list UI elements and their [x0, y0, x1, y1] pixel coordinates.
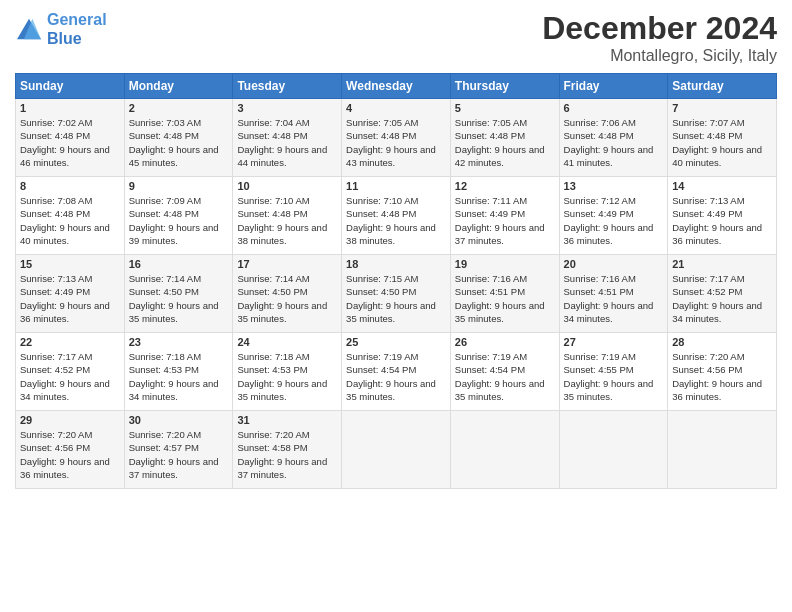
day-cell: 9 Sunrise: 7:09 AMSunset: 4:48 PMDayligh… [124, 177, 233, 255]
day-cell: 17 Sunrise: 7:14 AMSunset: 4:50 PMDaylig… [233, 255, 342, 333]
day-cell [342, 411, 451, 489]
cell-content: Sunrise: 7:16 AMSunset: 4:51 PMDaylight:… [455, 273, 545, 324]
day-cell: 29 Sunrise: 7:20 AMSunset: 4:56 PMDaylig… [16, 411, 125, 489]
cell-content: Sunrise: 7:18 AMSunset: 4:53 PMDaylight:… [129, 351, 219, 402]
day-number: 16 [129, 258, 229, 270]
day-cell: 28 Sunrise: 7:20 AMSunset: 4:56 PMDaylig… [668, 333, 777, 411]
day-number: 2 [129, 102, 229, 114]
day-cell: 4 Sunrise: 7:05 AMSunset: 4:48 PMDayligh… [342, 99, 451, 177]
week-row-1: 1 Sunrise: 7:02 AMSunset: 4:48 PMDayligh… [16, 99, 777, 177]
day-number: 11 [346, 180, 446, 192]
logo-icon [15, 17, 43, 41]
day-number: 29 [20, 414, 120, 426]
day-cell: 12 Sunrise: 7:11 AMSunset: 4:49 PMDaylig… [450, 177, 559, 255]
cell-content: Sunrise: 7:19 AMSunset: 4:54 PMDaylight:… [346, 351, 436, 402]
day-number: 4 [346, 102, 446, 114]
title-block: December 2024 Montallegro, Sicily, Italy [542, 10, 777, 65]
day-number: 24 [237, 336, 337, 348]
day-cell: 15 Sunrise: 7:13 AMSunset: 4:49 PMDaylig… [16, 255, 125, 333]
day-cell: 5 Sunrise: 7:05 AMSunset: 4:48 PMDayligh… [450, 99, 559, 177]
day-cell [559, 411, 668, 489]
week-row-5: 29 Sunrise: 7:20 AMSunset: 4:56 PMDaylig… [16, 411, 777, 489]
header-cell-friday: Friday [559, 74, 668, 99]
logo-line1: General [47, 11, 107, 28]
day-number: 14 [672, 180, 772, 192]
day-cell: 30 Sunrise: 7:20 AMSunset: 4:57 PMDaylig… [124, 411, 233, 489]
day-cell: 2 Sunrise: 7:03 AMSunset: 4:48 PMDayligh… [124, 99, 233, 177]
day-cell: 23 Sunrise: 7:18 AMSunset: 4:53 PMDaylig… [124, 333, 233, 411]
day-cell: 31 Sunrise: 7:20 AMSunset: 4:58 PMDaylig… [233, 411, 342, 489]
day-cell: 19 Sunrise: 7:16 AMSunset: 4:51 PMDaylig… [450, 255, 559, 333]
day-number: 20 [564, 258, 664, 270]
cell-content: Sunrise: 7:14 AMSunset: 4:50 PMDaylight:… [129, 273, 219, 324]
day-number: 13 [564, 180, 664, 192]
week-row-4: 22 Sunrise: 7:17 AMSunset: 4:52 PMDaylig… [16, 333, 777, 411]
day-cell: 13 Sunrise: 7:12 AMSunset: 4:49 PMDaylig… [559, 177, 668, 255]
day-number: 22 [20, 336, 120, 348]
cell-content: Sunrise: 7:12 AMSunset: 4:49 PMDaylight:… [564, 195, 654, 246]
calendar-header: SundayMondayTuesdayWednesdayThursdayFrid… [16, 74, 777, 99]
day-number: 30 [129, 414, 229, 426]
day-cell: 1 Sunrise: 7:02 AMSunset: 4:48 PMDayligh… [16, 99, 125, 177]
day-number: 15 [20, 258, 120, 270]
header-cell-monday: Monday [124, 74, 233, 99]
day-number: 1 [20, 102, 120, 114]
day-cell: 27 Sunrise: 7:19 AMSunset: 4:55 PMDaylig… [559, 333, 668, 411]
week-row-3: 15 Sunrise: 7:13 AMSunset: 4:49 PMDaylig… [16, 255, 777, 333]
day-cell: 24 Sunrise: 7:18 AMSunset: 4:53 PMDaylig… [233, 333, 342, 411]
cell-content: Sunrise: 7:20 AMSunset: 4:57 PMDaylight:… [129, 429, 219, 480]
day-cell: 16 Sunrise: 7:14 AMSunset: 4:50 PMDaylig… [124, 255, 233, 333]
day-cell: 25 Sunrise: 7:19 AMSunset: 4:54 PMDaylig… [342, 333, 451, 411]
cell-content: Sunrise: 7:13 AMSunset: 4:49 PMDaylight:… [672, 195, 762, 246]
day-cell [450, 411, 559, 489]
week-row-2: 8 Sunrise: 7:08 AMSunset: 4:48 PMDayligh… [16, 177, 777, 255]
cell-content: Sunrise: 7:05 AMSunset: 4:48 PMDaylight:… [346, 117, 436, 168]
day-number: 5 [455, 102, 555, 114]
header: General Blue December 2024 Montallegro, … [15, 10, 777, 65]
cell-content: Sunrise: 7:11 AMSunset: 4:49 PMDaylight:… [455, 195, 545, 246]
cell-content: Sunrise: 7:09 AMSunset: 4:48 PMDaylight:… [129, 195, 219, 246]
day-cell: 14 Sunrise: 7:13 AMSunset: 4:49 PMDaylig… [668, 177, 777, 255]
cell-content: Sunrise: 7:19 AMSunset: 4:55 PMDaylight:… [564, 351, 654, 402]
calendar-body: 1 Sunrise: 7:02 AMSunset: 4:48 PMDayligh… [16, 99, 777, 489]
cell-content: Sunrise: 7:08 AMSunset: 4:48 PMDaylight:… [20, 195, 110, 246]
header-cell-sunday: Sunday [16, 74, 125, 99]
logo: General Blue [15, 10, 107, 48]
location: Montallegro, Sicily, Italy [542, 47, 777, 65]
header-row: SundayMondayTuesdayWednesdayThursdayFrid… [16, 74, 777, 99]
cell-content: Sunrise: 7:16 AMSunset: 4:51 PMDaylight:… [564, 273, 654, 324]
day-cell: 7 Sunrise: 7:07 AMSunset: 4:48 PMDayligh… [668, 99, 777, 177]
cell-content: Sunrise: 7:13 AMSunset: 4:49 PMDaylight:… [20, 273, 110, 324]
cell-content: Sunrise: 7:06 AMSunset: 4:48 PMDaylight:… [564, 117, 654, 168]
cell-content: Sunrise: 7:18 AMSunset: 4:53 PMDaylight:… [237, 351, 327, 402]
day-number: 8 [20, 180, 120, 192]
cell-content: Sunrise: 7:19 AMSunset: 4:54 PMDaylight:… [455, 351, 545, 402]
day-number: 9 [129, 180, 229, 192]
day-cell: 18 Sunrise: 7:15 AMSunset: 4:50 PMDaylig… [342, 255, 451, 333]
cell-content: Sunrise: 7:02 AMSunset: 4:48 PMDaylight:… [20, 117, 110, 168]
cell-content: Sunrise: 7:04 AMSunset: 4:48 PMDaylight:… [237, 117, 327, 168]
day-cell: 6 Sunrise: 7:06 AMSunset: 4:48 PMDayligh… [559, 99, 668, 177]
day-number: 17 [237, 258, 337, 270]
day-cell: 3 Sunrise: 7:04 AMSunset: 4:48 PMDayligh… [233, 99, 342, 177]
header-cell-tuesday: Tuesday [233, 74, 342, 99]
day-number: 3 [237, 102, 337, 114]
day-number: 21 [672, 258, 772, 270]
day-number: 28 [672, 336, 772, 348]
day-number: 23 [129, 336, 229, 348]
header-cell-wednesday: Wednesday [342, 74, 451, 99]
day-number: 10 [237, 180, 337, 192]
logo-text: General Blue [47, 10, 107, 48]
day-cell: 22 Sunrise: 7:17 AMSunset: 4:52 PMDaylig… [16, 333, 125, 411]
day-cell: 11 Sunrise: 7:10 AMSunset: 4:48 PMDaylig… [342, 177, 451, 255]
cell-content: Sunrise: 7:14 AMSunset: 4:50 PMDaylight:… [237, 273, 327, 324]
cell-content: Sunrise: 7:20 AMSunset: 4:56 PMDaylight:… [672, 351, 762, 402]
day-number: 7 [672, 102, 772, 114]
day-cell: 20 Sunrise: 7:16 AMSunset: 4:51 PMDaylig… [559, 255, 668, 333]
page-container: General Blue December 2024 Montallegro, … [0, 0, 792, 499]
cell-content: Sunrise: 7:10 AMSunset: 4:48 PMDaylight:… [237, 195, 327, 246]
header-cell-thursday: Thursday [450, 74, 559, 99]
day-number: 27 [564, 336, 664, 348]
cell-content: Sunrise: 7:05 AMSunset: 4:48 PMDaylight:… [455, 117, 545, 168]
day-number: 18 [346, 258, 446, 270]
